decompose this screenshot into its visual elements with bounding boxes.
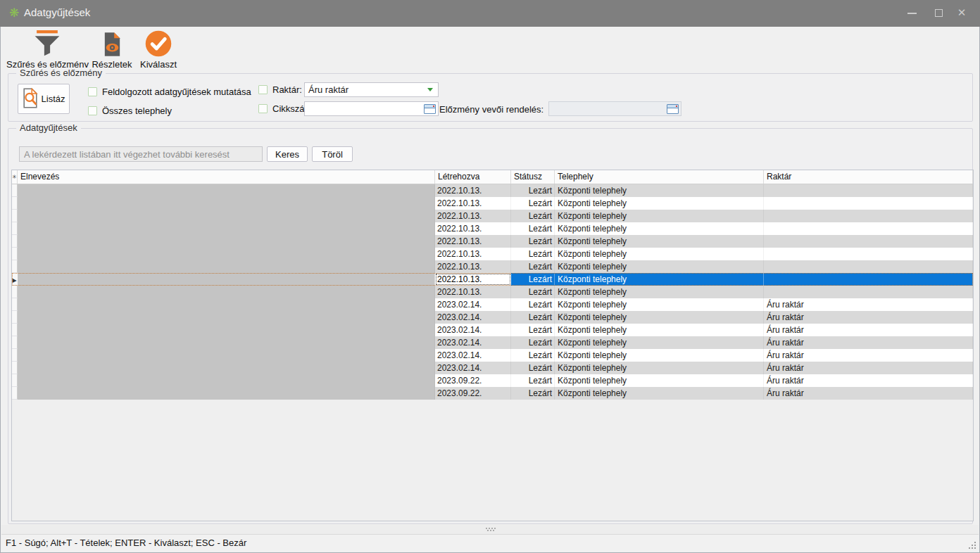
search-input[interactable]	[19, 146, 263, 162]
clear-button[interactable]: Töröl	[312, 146, 353, 162]
checkbox-show-processed[interactable]: Feldolgozott adatgyűjtések mutatása	[88, 87, 251, 97]
cell-telephely: Központi telephely	[555, 273, 764, 286]
table-row[interactable]: 2022.10.13.LezártKözponti telephely	[12, 286, 973, 298]
cell-elnevezes-redacted	[18, 197, 435, 210]
column-header-letrehozva[interactable]: Létrehozva	[435, 170, 511, 184]
column-header-raktar[interactable]: Raktár	[764, 170, 973, 184]
table-row[interactable]: 2023.02.14.LezártKözponti telephelyÁru r…	[12, 311, 973, 324]
cell-letrehozva: 2022.10.13.	[435, 222, 511, 235]
cell-statusz: Lezárt	[511, 260, 555, 273]
warehouse-combobox[interactable]: Áru raktár	[304, 82, 439, 97]
table-row[interactable]: 2023.02.14.LezártKözponti telephelyÁru r…	[12, 362, 973, 374]
toolbar-button-filter-history[interactable]: Szűrés és előzmény	[6, 29, 88, 70]
titlebar: ❋ Adatgyűjtések ✕	[0, 0, 980, 27]
table-row[interactable]: 2022.10.13.LezártKözponti telephely	[12, 210, 973, 222]
column-header-elnevezes[interactable]: Elnevezés	[18, 170, 435, 184]
cell-elnevezes-redacted	[18, 298, 435, 311]
cell-letrehozva: 2022.10.13.	[435, 235, 511, 248]
cell-telephely: Központi telephely	[555, 184, 764, 197]
data-groupbox: Adatgyűjtések Keres Töröl ✳ Elnevezés Lé…	[8, 128, 973, 524]
cell-telephely: Központi telephely	[555, 197, 764, 210]
cell-raktar: Áru raktár	[764, 324, 973, 336]
warehouse-combobox-value: Áru raktár	[305, 84, 427, 95]
cell-statusz: Lezárt	[511, 222, 555, 235]
table-row[interactable]: ▶2022.10.13.LezártKözponti telephely	[12, 273, 973, 286]
checkbox-box	[88, 106, 97, 115]
cell-raktar	[764, 248, 973, 260]
search-button[interactable]: Keres	[267, 146, 308, 162]
table-row[interactable]: 2022.10.13.LezártKözponti telephely	[12, 184, 973, 197]
cell-raktar	[764, 210, 973, 222]
table-row[interactable]: 2023.02.14.LezártKözponti telephelyÁru r…	[12, 324, 973, 336]
table-row[interactable]: 2022.10.13.LezártKözponti telephely	[12, 248, 973, 260]
cell-raktar	[764, 184, 973, 197]
column-header-statusz[interactable]: Státusz	[511, 170, 555, 184]
table-row[interactable]: 2023.02.14.LezártKözponti telephelyÁru r…	[12, 349, 973, 362]
history-order-field[interactable]	[549, 102, 667, 115]
window-body: Szűrés és előzmény Részletek	[0, 27, 980, 553]
table-row[interactable]: 2023.09.22.LezártKözponti telephelyÁru r…	[12, 374, 973, 387]
cell-raktar: Áru raktár	[764, 349, 973, 362]
cell-raktar: Áru raktár	[764, 362, 973, 374]
cell-statusz: Lezárt	[511, 311, 555, 324]
maximize-button[interactable]	[929, 0, 949, 27]
check-circle-icon	[136, 29, 181, 57]
cell-elnevezes-redacted	[18, 362, 435, 374]
item-number-field[interactable]	[305, 102, 424, 115]
checkbox-warehouse[interactable]: Raktár:	[258, 84, 302, 95]
list-button[interactable]: Listáz	[18, 84, 70, 114]
application-window: ❋ Adatgyűjtések ✕ Szűrés és előzmény	[0, 0, 980, 553]
checkbox-all-sites[interactable]: Összes telephely	[88, 106, 172, 116]
maximize-icon	[935, 9, 943, 17]
cell-telephely: Központi telephely	[555, 248, 764, 260]
cell-statusz: Lezárt	[511, 184, 555, 197]
minimize-button[interactable]	[903, 0, 922, 27]
checkbox-label: Feldolgozott adatgyűjtések mutatása	[102, 87, 251, 97]
history-order-label: Előzmény vevői rendelés:	[439, 104, 544, 115]
table-row[interactable]: 2022.10.13.LezártKözponti telephely	[12, 235, 973, 248]
row-indicator	[12, 248, 18, 260]
cell-letrehozva: 2022.10.13.	[435, 248, 511, 260]
lookup-window-icon[interactable]	[667, 104, 679, 114]
cell-elnevezes-redacted	[18, 374, 435, 387]
cell-letrehozva: 2023.02.14.	[435, 324, 511, 336]
cell-elnevezes-redacted	[18, 210, 435, 222]
resize-grip-icon[interactable]	[974, 547, 976, 549]
cell-statusz: Lezárt	[511, 197, 555, 210]
cell-letrehozva: 2023.02.14.	[435, 311, 511, 324]
row-indicator	[12, 311, 18, 324]
close-button[interactable]: ✕	[952, 0, 972, 27]
close-icon: ✕	[952, 6, 972, 19]
table-row[interactable]: 2023.02.14.LezártKözponti telephelyÁru r…	[12, 336, 973, 349]
row-indicator	[12, 387, 18, 400]
cell-telephely: Központi telephely	[555, 374, 764, 387]
table-row[interactable]: 2023.02.14.LezártKözponti telephelyÁru r…	[12, 298, 973, 311]
toolbar-button-select[interactable]: Kiválaszt	[136, 29, 181, 70]
cell-letrehozva: 2023.02.14.	[435, 298, 511, 311]
row-indicator	[12, 298, 18, 311]
cell-telephely: Központi telephely	[555, 298, 764, 311]
cell-letrehozva: 2023.02.14.	[435, 362, 511, 374]
cell-elnevezes-redacted	[18, 248, 435, 260]
table-row[interactable]: 2022.10.13.LezártKözponti telephely	[12, 197, 973, 210]
grid-header-row: ✳ Elnevezés Létrehozva Státusz Telephely…	[12, 170, 973, 184]
table-row[interactable]: 2022.10.13.LezártKözponti telephely	[12, 222, 973, 235]
filter-funnel-icon	[6, 29, 88, 57]
lookup-window-icon[interactable]	[424, 104, 436, 114]
toolbar-button-details[interactable]: Részletek	[89, 29, 134, 70]
minimize-icon	[907, 13, 917, 14]
cell-raktar	[764, 235, 973, 248]
row-indicator	[12, 197, 18, 210]
row-indicator	[12, 324, 18, 336]
cell-raktar: Áru raktár	[764, 387, 973, 400]
cell-telephely: Központi telephely	[555, 286, 764, 298]
splitter-bar[interactable]	[1, 525, 979, 534]
column-header-telephely[interactable]: Telephely	[555, 170, 764, 184]
row-indicator: ▶	[12, 273, 18, 286]
toolbar-label: Kiválaszt	[136, 59, 181, 70]
table-row[interactable]: 2023.09.22.LezártKözponti telephelyÁru r…	[12, 387, 973, 400]
cell-telephely: Központi telephely	[555, 222, 764, 235]
cell-raktar: Áru raktár	[764, 374, 973, 387]
cell-telephely: Központi telephely	[555, 336, 764, 349]
table-row[interactable]: 2022.10.13.LezártKözponti telephely	[12, 260, 973, 273]
